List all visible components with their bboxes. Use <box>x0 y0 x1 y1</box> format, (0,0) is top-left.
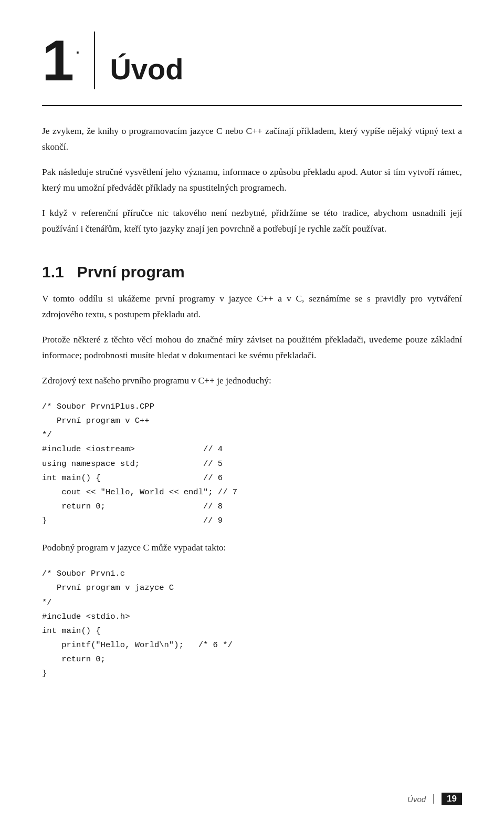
footer-separator <box>433 794 434 804</box>
chapter-title: Úvod <box>110 54 183 85</box>
footer-chapter-label: Úvod <box>407 795 426 804</box>
header-divider <box>42 105 462 106</box>
section-heading: 1.1 První program <box>42 263 462 281</box>
c-intro-text: Podobný program v jazyce C může vypadat … <box>42 539 462 555</box>
section-paragraph-1: V tomto oddílu si ukážeme první programy… <box>42 290 462 322</box>
intro-paragraph-1: Je zvykem, že knihy o programovacím jazy… <box>42 123 462 154</box>
footer-page-number: 19 <box>442 793 462 805</box>
page: 1 . Úvod Je zvykem, že knihy o programov… <box>0 0 504 821</box>
chapter-number: 1 <box>42 32 74 89</box>
chapter-dot: . <box>76 41 79 57</box>
section-title: První program <box>77 263 185 280</box>
section-paragraph-2: Protože některé z těchto věcí mohou do z… <box>42 331 462 363</box>
page-footer: Úvod 19 <box>407 793 462 805</box>
code-block-c: /* Soubor Prvni.c První program v jazyce… <box>42 567 462 681</box>
chapter-title-col: Úvod <box>110 32 183 89</box>
section-paragraph-3: Zdrojový text našeho prvního programu v … <box>42 372 462 388</box>
chapter-header: 1 . Úvod <box>42 32 462 89</box>
intro-paragraph-3: I když v referenční příručce nic takovéh… <box>42 205 462 236</box>
chapter-number-col: 1 . <box>42 32 95 89</box>
intro-paragraph-2: Pak následuje stručné vysvětlení jeho vý… <box>42 164 462 195</box>
code-block-cpp: /* Soubor PrvniPlus.CPP První program v … <box>42 400 462 528</box>
section-number: 1.1 <box>42 263 64 280</box>
